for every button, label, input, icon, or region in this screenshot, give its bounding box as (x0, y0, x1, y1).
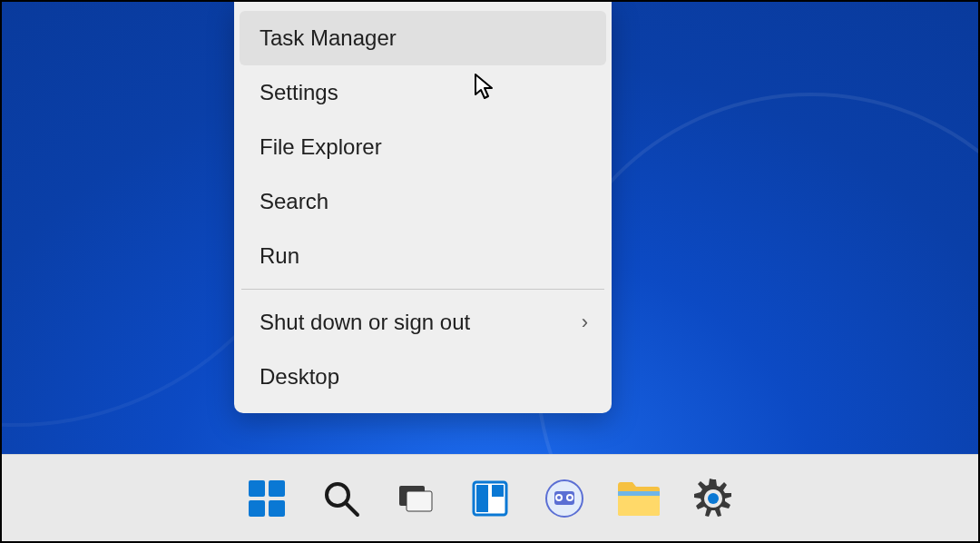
menu-item-shutdown-signout[interactable]: Shut down or sign out › (240, 295, 606, 350)
menu-item-label: Task Manager (260, 25, 397, 51)
taskbar-search-button[interactable] (314, 471, 368, 526)
menu-item-search[interactable]: Search (240, 174, 606, 229)
taskbar-start-button[interactable] (240, 471, 294, 526)
widgets-icon (468, 477, 512, 520)
svg-rect-7 (407, 491, 432, 511)
menu-item-label: File Explorer (260, 134, 382, 160)
winx-context-menu: Task Manager Settings File Explorer Sear… (234, 2, 612, 413)
menu-item-desktop[interactable]: Desktop (240, 350, 606, 404)
svg-point-22 (708, 493, 719, 504)
menu-item-file-explorer[interactable]: File Explorer (240, 120, 606, 174)
file-explorer-icon (616, 479, 662, 518)
menu-item-label: Run (260, 243, 299, 269)
svg-rect-10 (492, 485, 504, 497)
taskbar-settings-button[interactable] (686, 471, 740, 526)
search-icon (319, 477, 363, 520)
taskbar-task-view-button[interactable] (388, 471, 443, 526)
svg-rect-0 (249, 480, 265, 497)
cursor-icon (474, 73, 499, 105)
chevron-right-icon: › (582, 311, 588, 334)
svg-rect-9 (476, 485, 488, 512)
taskbar-chat-button[interactable] (537, 471, 592, 526)
taskbar-widgets-button[interactable] (463, 471, 517, 526)
svg-point-16 (557, 496, 561, 499)
svg-point-17 (568, 496, 572, 499)
settings-icon (691, 477, 735, 520)
menu-item-label: Desktop (260, 364, 339, 390)
svg-rect-19 (618, 491, 660, 496)
svg-rect-1 (269, 480, 285, 497)
taskbar (2, 454, 978, 541)
menu-item-settings[interactable]: Settings (240, 65, 606, 120)
task-view-icon (394, 477, 437, 520)
svg-rect-3 (269, 500, 285, 517)
svg-line-5 (347, 504, 358, 515)
menu-item-label: Search (260, 189, 328, 214)
svg-rect-2 (249, 500, 265, 517)
start-icon (245, 477, 289, 520)
menu-item-task-manager[interactable]: Task Manager (240, 11, 606, 65)
menu-item-label: Settings (260, 80, 338, 105)
svg-point-4 (327, 484, 348, 506)
menu-item-label: Shut down or sign out (260, 310, 470, 335)
chat-icon (543, 477, 586, 520)
menu-separator (241, 289, 604, 290)
taskbar-file-explorer-button[interactable] (612, 471, 666, 526)
menu-item-run[interactable]: Run (240, 229, 606, 283)
